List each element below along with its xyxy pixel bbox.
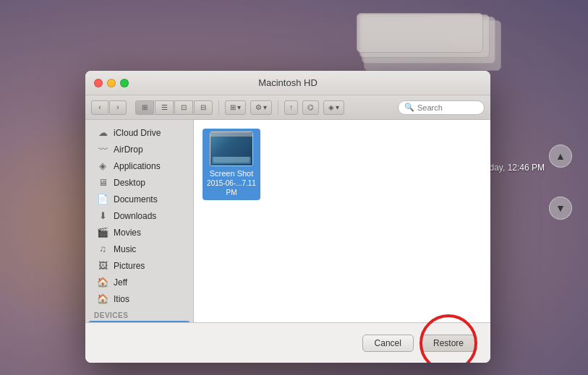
finder-dialog: Macintosh HD ‹ › ⊞ ☰ ⊡ ⊟ ⊞ ▾ ⚙ ▾ ↑ ⌬ (85, 71, 490, 363)
tm-up-button[interactable]: ▲ (549, 145, 572, 168)
sidebar-item-label: Downloads (114, 211, 156, 221)
airdrop-sidebar-icon: 〰 (97, 144, 108, 155)
restore-wrapper: Restore (421, 335, 476, 352)
arrange-label: ▾ (237, 103, 241, 111)
button-bar: Cancel Restore (85, 322, 490, 363)
search-icon: 🔍 (404, 103, 414, 112)
airdrop-dropdown-icon: ▾ (336, 103, 339, 111)
sidebar-item-label: Movies (114, 228, 141, 238)
sidebar-item-applications[interactable]: ◈ Applications (88, 158, 190, 174)
sidebar-item-label: Pictures (114, 261, 145, 271)
sidebar-item-label: Applications (114, 161, 161, 171)
cloud-icon: ☁ (97, 127, 108, 138)
stacked-windows (357, 13, 501, 71)
sidebar-item-label: iCloud Drive (114, 128, 161, 138)
action-dropdown-icon: ▾ (263, 103, 267, 111)
home-icon: 🏠 (97, 277, 108, 288)
link-button[interactable]: ⌬ (302, 100, 319, 115)
arrange-button[interactable]: ⊞ ▾ (225, 100, 246, 115)
sidebar-item-pictures[interactable]: 🖼 Pictures (88, 257, 190, 274)
minimize-button[interactable] (107, 79, 116, 87)
airdrop-icon: ◈ (328, 103, 334, 111)
list-view-button[interactable]: ☰ (155, 100, 174, 115)
maximize-button[interactable] (120, 79, 129, 87)
search-box[interactable]: 🔍 (398, 100, 485, 115)
cancel-button[interactable]: Cancel (362, 335, 414, 352)
sidebar-item-music[interactable]: ♫ Music (88, 241, 190, 257)
sidebar-item-label: Jeff (114, 277, 127, 288)
toolbar: ‹ › ⊞ ☰ ⊡ ⊟ ⊞ ▾ ⚙ ▾ ↑ ⌬ ◈ ▾ (85, 95, 490, 120)
file-name: Screen Shot 2015-06-...7.11 PM (205, 168, 257, 197)
sidebar-item-airdrop[interactable]: 〰 AirDrop (88, 141, 190, 158)
view-buttons: ⊞ ☰ ⊡ ⊟ (135, 100, 213, 115)
sidebar: ☁ iCloud Drive 〰 AirDrop ◈ Applications … (85, 120, 194, 322)
separator-2 (278, 100, 278, 115)
sidebar-item-documents[interactable]: 📄 Documents (88, 191, 190, 207)
gear-icon: ⚙ (255, 103, 262, 111)
movies-icon: 🎬 (97, 227, 108, 238)
desktop-icon: 🖥 (97, 177, 108, 188)
sidebar-item-desktop[interactable]: 🖥 Desktop (88, 174, 190, 191)
sidebar-item-label: Desktop (114, 178, 145, 188)
file-area: Screen Shot 2015-06-...7.11 PM (194, 120, 490, 322)
sidebar-item-downloads[interactable]: ⬇ Downloads (88, 207, 190, 224)
sidebar-item-label: Itios (114, 294, 129, 304)
back-button[interactable]: ‹ (91, 100, 108, 115)
nav-arrows: ‹ › (91, 100, 127, 115)
sidebar-item-label: Documents (114, 194, 158, 204)
search-input[interactable] (417, 103, 478, 112)
documents-icon: 📄 (97, 194, 108, 204)
chevron-down-icon: ▼ (555, 202, 566, 214)
column-view-button[interactable]: ⊡ (174, 100, 193, 115)
sidebar-item-jeff[interactable]: 🏠 Jeff (88, 274, 190, 290)
devices-section-label: Devices (85, 307, 193, 321)
pictures-icon: 🖼 (97, 260, 108, 271)
file-thumbnail (210, 132, 253, 166)
cover-flow-button[interactable]: ⊟ (194, 100, 213, 115)
sidebar-item-movies[interactable]: 🎬 Movies (88, 224, 190, 241)
share-icon: ↑ (289, 103, 293, 111)
file-item-screenshot[interactable]: Screen Shot 2015-06-...7.11 PM (203, 129, 260, 200)
icon-view-button[interactable]: ⊞ (135, 100, 154, 115)
sidebar-item-itios[interactable]: 🏠 Itios (88, 290, 190, 307)
sidebar-item-icloud-drive[interactable]: ☁ iCloud Drive (88, 124, 190, 141)
close-button[interactable] (94, 79, 103, 87)
titlebar: Macintosh HD (85, 71, 490, 95)
share-button[interactable]: ↑ (284, 100, 298, 115)
action-button[interactable]: ⚙ ▾ (250, 100, 272, 115)
restore-button[interactable]: Restore (421, 335, 476, 352)
tm-down-button[interactable]: ▼ (549, 197, 572, 220)
window-controls (94, 79, 129, 87)
music-icon: ♫ (97, 243, 108, 254)
window-title: Macintosh HD (258, 77, 318, 88)
forward-button[interactable]: › (109, 100, 127, 115)
sidebar-item-label: AirDrop (114, 145, 143, 155)
home-icon-2: 🏠 (97, 293, 108, 304)
sidebar-item-label: Music (114, 244, 136, 254)
content-area: ☁ iCloud Drive 〰 AirDrop ◈ Applications … (85, 120, 490, 322)
applications-icon: ◈ (97, 160, 108, 171)
file-thumbnail-inner (210, 132, 252, 165)
separator-1 (218, 100, 219, 115)
downloads-icon: ⬇ (97, 210, 108, 221)
airdrop-button[interactable]: ◈ ▾ (323, 100, 344, 115)
arrange-icon: ⊞ (230, 103, 236, 111)
chevron-up-icon: ▲ (555, 150, 566, 162)
link-icon: ⌬ (307, 103, 314, 111)
time-machine-panel: ▲ ▼ (549, 145, 572, 220)
